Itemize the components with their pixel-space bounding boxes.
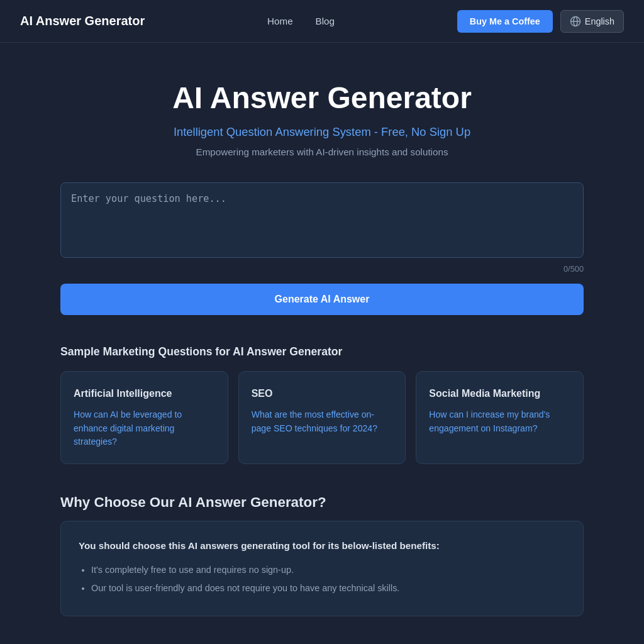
why-box-heading: You should choose this AI answers genera… (79, 539, 565, 553)
sample-section-title: Sample Marketing Questions for AI Answer… (60, 345, 584, 358)
site-logo: AI Answer Generator (20, 14, 145, 28)
hero-title: AI Answer Generator (60, 80, 584, 115)
card-seo-question: What are the most effective on-page SEO … (252, 408, 393, 435)
language-label: English (585, 16, 614, 26)
why-box: You should choose this AI answers genera… (60, 521, 584, 616)
sample-card-social[interactable]: Social Media Marketing How can I increas… (416, 371, 584, 464)
benefit-item-1: It's completely free to use and requires… (91, 564, 565, 577)
globe-icon (570, 16, 581, 27)
nav-right: Buy Me a Coffee English (457, 10, 624, 33)
card-ai-category: Artificial Intelligence (74, 387, 215, 401)
hero-subtitle: Intelligent Question Answering System - … (60, 125, 584, 139)
card-seo-category: SEO (252, 387, 393, 401)
benefit-item-2: Our tool is user-friendly and does not r… (91, 582, 565, 596)
language-selector[interactable]: English (560, 10, 624, 33)
nav-links: Home Blog (267, 16, 335, 26)
nav-blog-link[interactable]: Blog (316, 16, 335, 26)
buy-coffee-button[interactable]: Buy Me a Coffee (457, 10, 553, 33)
sample-card-ai[interactable]: Artificial Intelligence How can AI be le… (60, 371, 228, 464)
sample-card-seo[interactable]: SEO What are the most effective on-page … (238, 371, 406, 464)
char-count: 0/500 (60, 264, 584, 274)
hero-description: Empowering marketers with AI-driven insi… (60, 147, 584, 157)
card-social-category: Social Media Marketing (429, 387, 570, 401)
card-ai-question: How can AI be leveraged to enhance digit… (74, 408, 215, 448)
generate-button[interactable]: Generate AI Answer (60, 284, 584, 315)
nav-home-link[interactable]: Home (267, 16, 293, 26)
why-section-title: Why Choose Our AI Answer Generator? (60, 494, 584, 511)
sample-cards-grid: Artificial Intelligence How can AI be le… (60, 371, 584, 464)
benefits-list: It's completely free to use and requires… (79, 564, 565, 596)
question-input[interactable] (60, 182, 584, 258)
card-social-question: How can I increase my brand's engagement… (429, 408, 570, 435)
